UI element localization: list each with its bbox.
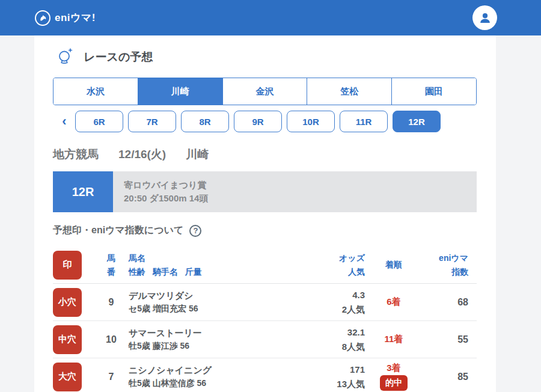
table-row: 大穴 7 ニシノシャイニング 牡5歳 山林堂信彦 56 171 13人気 3着 …	[53, 358, 477, 392]
race-button-12r[interactable]: 12R	[393, 111, 441, 132]
header-horse-name: 馬名 性齢 騎手名 斤量	[129, 251, 300, 278]
venue-tabs: 水沢 川崎 金沢 笠松 園田	[53, 78, 477, 105]
result-value: 6着	[387, 296, 400, 307]
race-info-box: 12R 寄ロウバイまつり賞 20:50 ダ1500m 14頭	[53, 171, 477, 212]
odds-value: 171	[300, 363, 365, 376]
horse-name-cell: ニシノシャイニング 牡5歳 山林堂信彦 56	[129, 363, 300, 390]
horse-detail: 牡5歳 山林堂信彦 56	[129, 377, 300, 390]
odds-value: 4.3	[300, 288, 365, 302]
odds-cell: 32.1 8人気	[300, 325, 367, 354]
race-button-9r[interactable]: 9R	[234, 111, 282, 132]
result-value: 3着	[367, 363, 420, 374]
tab-kawasaki[interactable]: 川崎	[138, 78, 222, 105]
app-logo-text: eniウマ!	[55, 11, 96, 25]
eniuma-index-value: 85	[420, 372, 477, 382]
race-venue-label: 川崎	[186, 147, 209, 162]
page-heading: レースの予想	[53, 47, 477, 67]
horse-name-cell: デルマツリダシ セ5歳 増田充宏 56	[129, 289, 300, 316]
mark-badge-chuana: 中穴	[53, 325, 82, 354]
race-category-label: 地方競馬	[53, 147, 99, 162]
mark-badge-koana: 小穴	[53, 288, 82, 317]
table-header-row: 印 馬 番 馬名 性齢 騎手名 斤量 オッズ 人気 着順 eniウマ 指数	[53, 247, 477, 284]
race-button-11r[interactable]: 11R	[340, 111, 388, 132]
result-value: 11着	[385, 334, 403, 344]
user-avatar-button[interactable]	[472, 5, 497, 30]
header-odds: オッズ 人気	[300, 251, 367, 278]
popularity-value: 13人気	[300, 377, 365, 391]
section-title-label: 予想印・eniウマ指数について	[53, 224, 183, 237]
race-button-6r[interactable]: 6R	[75, 111, 123, 132]
section-title-row: 予想印・eniウマ指数について ?	[53, 224, 477, 237]
hit-badge: 的中	[380, 375, 408, 391]
horse-number: 10	[94, 334, 129, 345]
horse-logo-icon	[35, 10, 50, 26]
eniuma-index-value: 55	[420, 334, 477, 345]
tab-sonoda[interactable]: 園田	[391, 78, 476, 105]
race-info-body: 寄ロウバイまつり賞 20:50 ダ1500m 14頭	[113, 171, 477, 212]
horse-name-cell: サマーストーリー 牡5歳 藤江渉 56	[129, 326, 300, 353]
crystal-ball-icon	[57, 47, 74, 67]
person-icon	[478, 11, 492, 25]
horse-name: ニシノシャイニング	[129, 363, 300, 377]
tab-kanazawa[interactable]: 金沢	[222, 78, 307, 105]
horse-name: サマーストーリー	[129, 326, 300, 340]
race-title: 寄ロウバイまつり賞	[124, 180, 477, 191]
result-cell: 6着	[367, 296, 420, 308]
chevron-left-icon[interactable]: ‹	[59, 111, 70, 132]
horse-detail: 牡5歳 藤江渉 56	[129, 340, 300, 353]
page-title: レースの予想	[84, 49, 153, 65]
race-number-nav: ‹ 6R 7R 8R 9R 10R 11R 12R	[53, 111, 477, 132]
odds-cell: 171 13人気	[300, 363, 367, 391]
result-cell: 11着	[367, 334, 420, 345]
top-navbar: eniウマ!	[0, 0, 541, 35]
header-result: 着順	[367, 258, 420, 271]
eniuma-index-value: 68	[420, 297, 477, 308]
popularity-value: 8人気	[300, 340, 365, 354]
race-button-8r[interactable]: 8R	[181, 111, 229, 132]
race-date-label: 12/16(火)	[118, 147, 166, 162]
race-button-7r[interactable]: 7R	[128, 111, 176, 132]
prediction-table: 印 馬 番 馬名 性齢 騎手名 斤量 オッズ 人気 着順 eniウマ 指数	[53, 247, 477, 392]
race-date-line: 地方競馬 12/16(火) 川崎	[53, 147, 477, 162]
tab-mizusawa[interactable]: 水沢	[53, 78, 138, 105]
race-details: 20:50 ダ1500m 14頭	[124, 193, 477, 204]
header-eniuma-index: eniウマ 指数	[420, 251, 477, 278]
race-button-10r[interactable]: 10R	[287, 111, 335, 132]
table-row: 中穴 10 サマーストーリー 牡5歳 藤江渉 56 32.1 8人気 11着 5…	[53, 321, 477, 358]
result-cell: 3着 的中	[367, 363, 420, 391]
table-row: 小穴 9 デルマツリダシ セ5歳 増田充宏 56 4.3 2人気 6着 68	[53, 284, 477, 321]
odds-cell: 4.3 2人気	[300, 288, 367, 316]
popularity-value: 2人気	[300, 302, 365, 316]
header-horse-number: 馬 番	[94, 251, 129, 278]
header-mark: 印	[53, 251, 94, 280]
horse-number: 7	[94, 372, 129, 382]
main-content: レースの予想 水沢 川崎 金沢 笠松 園田 ‹ 6R 7R 8R 9R 10R …	[34, 35, 496, 392]
mark-badge-oana: 大穴	[53, 363, 82, 391]
tab-kasamatsu[interactable]: 笠松	[307, 78, 391, 105]
odds-value: 32.1	[300, 325, 365, 339]
mark-header-badge: 印	[53, 251, 82, 280]
horse-detail: セ5歳 増田充宏 56	[129, 302, 300, 316]
app-logo[interactable]: eniウマ!	[35, 10, 96, 26]
help-icon[interactable]: ?	[189, 225, 201, 237]
horse-name: デルマツリダシ	[129, 289, 300, 302]
horse-number: 9	[94, 297, 129, 308]
race-number-badge: 12R	[53, 171, 113, 212]
